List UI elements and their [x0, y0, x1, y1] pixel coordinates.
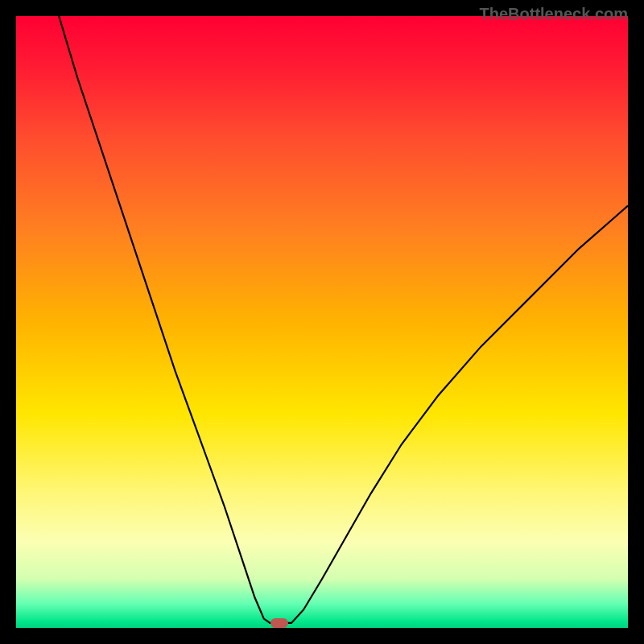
plot-area [16, 16, 628, 628]
bottleneck-curve [59, 16, 628, 623]
watermark-text: TheBottleneck.com [480, 5, 628, 23]
optimum-marker [270, 618, 288, 628]
curve-svg [16, 16, 628, 628]
